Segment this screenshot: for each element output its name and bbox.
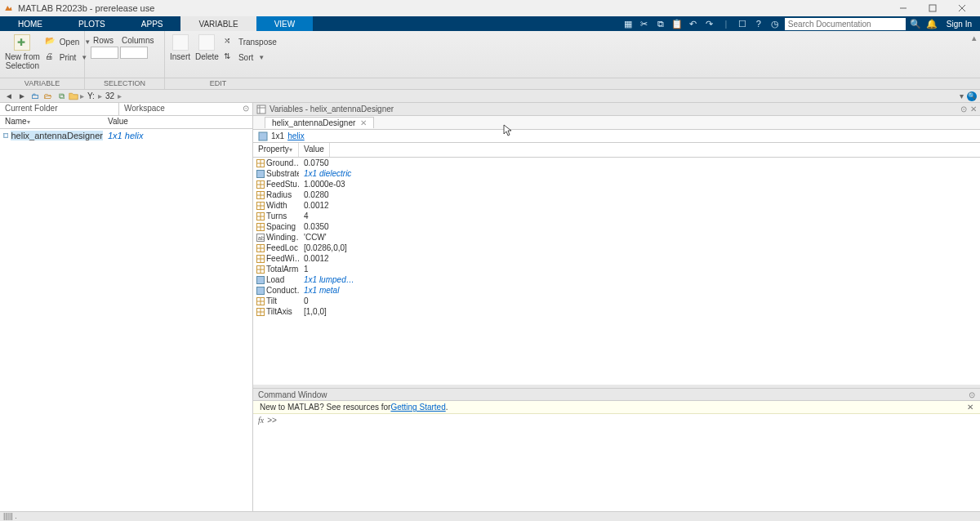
maximize-button[interactable] [918,0,947,16]
delete-button[interactable]: Delete [195,33,219,61]
tab-apps[interactable]: APPS [123,16,181,31]
collapse-toolstrip-icon[interactable]: ▴ [972,33,977,43]
open-button[interactable]: 📂Open▼ [45,34,91,49]
print-icon: 🖨 [45,51,56,63]
tab-variable[interactable]: VARIABLE [180,16,256,31]
sort-button[interactable]: ⇅Sort▼ [224,50,277,65]
property-row[interactable]: TiltAxis[1,0,0] [253,306,980,317]
property-name-cell: TotalArms [253,265,299,274]
address-bar: ◄ ► 🗀 🗁 ⧉ ▸ Y: ▸ 32 ▸ ▾ 🔍 [0,90,980,103]
search-path-button[interactable]: 🔍 [967,91,977,101]
variables-options-icon[interactable]: ⊙ [960,105,967,114]
status-text: ||||| . [3,512,17,520]
property-value-cell[interactable]: 1x1 metal [299,286,339,295]
property-row[interactable]: FeedStu…1.0000e-03 [253,179,980,189]
close-button[interactable] [947,0,977,16]
cut-icon[interactable]: ✂ [638,17,651,30]
current-folder-header[interactable]: Current Folder [0,103,119,115]
property-name-cell: Turns [253,212,299,220]
window-title: MATLAB R2023b - prerelease use [18,3,889,13]
search-documentation-input[interactable] [785,18,906,30]
property-value-cell[interactable]: 1x1 lumped… [299,275,354,284]
svg-rect-6 [257,105,265,114]
notifications-icon[interactable]: 🔔 [925,17,938,30]
property-name-cell: FeedStu… [253,180,299,189]
variable-type-row: 1x1 helix [253,130,980,143]
close-tab-icon[interactable]: ✕ [360,118,367,127]
rows-input[interactable] [91,47,118,59]
function-hint-icon[interactable]: fx [258,416,264,425]
name-column-header[interactable]: Name▾ [0,116,103,128]
variables-close-icon[interactable]: ✕ [970,105,977,114]
banner-close-icon[interactable]: ✕ [967,403,973,412]
value-header[interactable]: Value [299,143,330,157]
delete-icon [198,34,215,51]
svg-rect-41 [257,287,265,294]
property-row[interactable]: Radius0.0280 [253,189,980,200]
property-row[interactable]: FeedWi…0.0012 [253,253,980,264]
compare-button[interactable]: ⧉ [56,91,67,102]
grid-icon [256,180,265,189]
undo-icon[interactable]: ↶ [687,17,700,30]
transpose-button[interactable]: ⤭Transpose [224,34,277,49]
svg-rect-1 [929,5,936,11]
property-value-cell: 4 [299,212,309,220]
command-window-panel: Command Window ⊙ New to MATLAB? See reso… [253,385,980,511]
section-selection-label: SELECTION [85,78,165,89]
tab-view[interactable]: VIEW [256,16,314,31]
favorites-icon[interactable]: ☐ [736,17,749,30]
back-button[interactable]: ◄ [3,91,15,102]
addons-icon[interactable]: ◷ [768,17,782,30]
property-row[interactable]: Width0.0012 [253,200,980,211]
property-row[interactable]: FeedLoc…[0.0286,0,0] [253,243,980,253]
value-column-header[interactable]: Value [103,116,133,128]
property-value-cell: 1.0000e-03 [299,180,345,189]
property-row[interactable]: Tilt0 [253,296,980,306]
property-row[interactable]: Ground…0.0750 [253,158,980,168]
property-row[interactable]: Turns4 [253,211,980,221]
minimize-button[interactable] [889,0,918,16]
copy-icon[interactable]: ⧉ [654,17,667,30]
grid-icon [256,191,265,199]
insert-button[interactable]: Insert [170,33,190,61]
workspace-header[interactable]: Workspace⊙ [119,103,252,115]
up-folder-button[interactable]: 🗀 [29,91,41,102]
redo-icon[interactable]: ↷ [703,17,716,30]
property-name-cell: Width [253,201,299,210]
search-submit-icon[interactable]: 🔍 [909,17,922,30]
grid-icon [256,255,265,263]
help-icon[interactable]: ? [752,17,765,30]
property-row[interactable]: Spacing0.0350 [253,221,980,232]
property-row[interactable]: Load1x1 lumped… [253,274,980,285]
address-path[interactable]: ▸ Y: ▸ 32 ▸ [80,91,122,100]
grid-icon [256,265,265,274]
property-row[interactable]: Conduct…1x1 metal [253,285,980,296]
property-row[interactable]: abWinding…'CCW' [253,232,980,243]
sign-in-link[interactable]: Sign In [942,20,977,29]
property-value-cell[interactable]: 1x1 dielectric [299,169,351,178]
property-row[interactable]: TotalArms1 [253,264,980,274]
new-from-selection-button[interactable]: ✚ New from Selection [5,33,40,70]
svg-rect-5 [5,134,7,136]
svg-text:ab: ab [258,235,265,241]
getting-started-link[interactable]: Getting Started [390,403,445,412]
command-prompt[interactable]: fx >> [253,414,980,426]
variable-tab[interactable]: helix_antennaDesigner ✕ [265,117,374,128]
variable-type-link[interactable]: helix [287,131,305,140]
property-row[interactable]: Substrate1x1 dielectric [253,168,980,179]
command-window-options-icon[interactable]: ⊙ [969,390,975,399]
paste-icon[interactable]: 📋 [670,17,684,30]
workspace-variable-row[interactable]: helix_antennaDesigner 1x1 helix [0,129,252,142]
forward-button[interactable]: ► [16,91,28,102]
tab-home[interactable]: HOME [0,16,60,31]
tab-plots[interactable]: PLOTS [60,16,123,31]
property-name-cell: Tilt [253,296,299,305]
workspace-options-icon[interactable]: ⊙ [243,104,249,113]
browse-button[interactable]: 🗁 [42,91,54,102]
variables-header: Variables - helix_antennaDesigner ⊙ ✕ [253,103,980,116]
property-header[interactable]: Property▾ [253,143,299,157]
save-layout-icon[interactable]: ▦ [621,17,635,30]
columns-input[interactable] [120,47,148,59]
path-history-dropdown[interactable]: ▾ [960,91,964,100]
print-button[interactable]: 🖨Print▼ [45,50,91,65]
